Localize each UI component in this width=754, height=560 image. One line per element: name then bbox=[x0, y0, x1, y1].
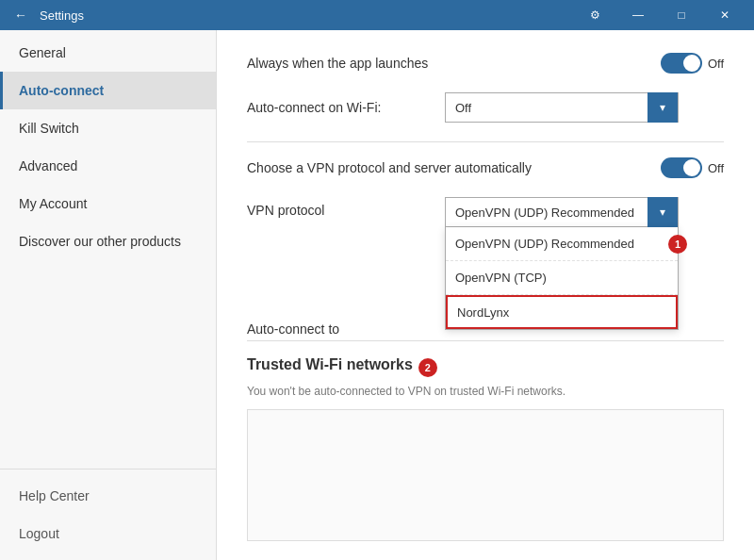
content-area: Always when the app launches Off Auto-co… bbox=[217, 30, 754, 560]
divider-1 bbox=[247, 141, 724, 142]
sidebar-item-auto-connect[interactable]: Auto-connect bbox=[0, 72, 216, 109]
window-controls: ⚙ — □ ✕ bbox=[573, 0, 746, 30]
sidebar-item-discover[interactable]: Discover our other products bbox=[0, 222, 216, 260]
dropdown-item-label: OpenVPN (UDP) Recommended bbox=[455, 237, 634, 251]
app-body: GeneralAuto-connectKill SwitchAdvancedMy… bbox=[0, 30, 754, 560]
sidebar: GeneralAuto-connectKill SwitchAdvancedMy… bbox=[0, 30, 217, 560]
auto-connect-wifi-box[interactable]: Off ▾ bbox=[445, 92, 679, 123]
gear-icon: ⚙ bbox=[590, 8, 600, 22]
chevron-down-icon-2: ▾ bbox=[647, 197, 678, 227]
sidebar-item-help-center[interactable]: Help Center bbox=[0, 477, 216, 515]
choose-vpn-toggle-container: Off bbox=[661, 157, 724, 178]
trusted-wifi-title: Trusted Wi-Fi networks bbox=[247, 356, 413, 373]
always-launch-state: Off bbox=[708, 57, 724, 71]
badge-2: 2 bbox=[418, 358, 437, 377]
sidebar-item-advanced[interactable]: Advanced bbox=[0, 147, 216, 185]
close-icon: ✕ bbox=[720, 8, 729, 22]
minimize-icon: — bbox=[632, 8, 644, 22]
vpn-protocol-value: OpenVPN (UDP) Recommended bbox=[455, 206, 634, 220]
choose-vpn-state: Off bbox=[708, 161, 724, 175]
always-launch-row: Always when the app launches Off bbox=[247, 53, 724, 74]
gear-button[interactable]: ⚙ bbox=[573, 0, 616, 30]
vpn-protocol-dropdown: OpenVPN (UDP) Recommended 1 OpenVPN (TCP… bbox=[445, 227, 679, 330]
titlebar-title: Settings bbox=[40, 8, 573, 23]
sidebar-item-kill-switch[interactable]: Kill Switch bbox=[0, 109, 216, 147]
dropdown-item-openvpn-udp[interactable]: OpenVPN (UDP) Recommended 1 bbox=[446, 227, 678, 261]
back-button[interactable]: ← bbox=[8, 2, 34, 28]
auto-connect-wifi-select[interactable]: Off ▾ bbox=[445, 92, 679, 123]
sidebar-item-logout[interactable]: Logout bbox=[0, 515, 216, 552]
sidebar-item-my-account[interactable]: My Account bbox=[0, 185, 216, 222]
chevron-down-icon: ▾ bbox=[647, 92, 678, 123]
vpn-protocol-select[interactable]: OpenVPN (UDP) Recommended ▾ OpenVPN (UDP… bbox=[445, 197, 679, 227]
always-launch-toggle-container: Off bbox=[661, 53, 724, 74]
choose-vpn-label: Choose a VPN protocol and server automat… bbox=[247, 160, 532, 175]
dropdown-item-label: NordLynx bbox=[457, 305, 509, 320]
sidebar-bottom: Help CenterLogout bbox=[0, 469, 216, 560]
divider-2 bbox=[247, 340, 724, 341]
auto-connect-to-label: Auto-connect to bbox=[247, 321, 445, 337]
maximize-icon: □ bbox=[678, 8, 684, 22]
trusted-wifi-box bbox=[247, 409, 724, 541]
badge-1: 1 bbox=[668, 235, 687, 254]
dropdown-item-nordlynx[interactable]: NordLynx bbox=[446, 295, 678, 329]
maximize-button[interactable]: □ bbox=[660, 0, 703, 30]
sidebar-item-general[interactable]: General bbox=[0, 34, 216, 72]
dropdown-item-label: OpenVPN (TCP) bbox=[455, 271, 547, 285]
dropdown-item-openvpn-tcp[interactable]: OpenVPN (TCP) bbox=[446, 261, 678, 295]
always-launch-label: Always when the app launches bbox=[247, 56, 428, 71]
titlebar: ← Settings ⚙ — □ ✕ bbox=[0, 0, 754, 30]
trusted-wifi-section: Trusted Wi-Fi networks 2 You won't be au… bbox=[247, 356, 724, 541]
back-icon: ← bbox=[14, 8, 27, 23]
vpn-protocol-row: VPN protocol OpenVPN (UDP) Recommended ▾… bbox=[247, 197, 724, 227]
vpn-protocol-box[interactable]: OpenVPN (UDP) Recommended ▾ bbox=[445, 197, 679, 227]
auto-connect-wifi-label: Auto-connect on Wi-Fi: bbox=[247, 100, 445, 115]
trusted-wifi-subtitle: You won't be auto-connected to VPN on tr… bbox=[247, 385, 724, 398]
choose-vpn-row: Choose a VPN protocol and server automat… bbox=[247, 157, 724, 178]
minimize-button[interactable]: — bbox=[616, 0, 660, 30]
auto-connect-wifi-row: Auto-connect on Wi-Fi: Off ▾ bbox=[247, 92, 724, 123]
choose-vpn-toggle[interactable] bbox=[661, 157, 702, 178]
close-button[interactable]: ✕ bbox=[703, 0, 746, 30]
auto-connect-wifi-value: Off bbox=[455, 101, 471, 115]
always-launch-toggle[interactable] bbox=[661, 53, 702, 74]
sidebar-nav: GeneralAuto-connectKill SwitchAdvancedMy… bbox=[0, 30, 216, 469]
vpn-protocol-label: VPN protocol bbox=[247, 197, 445, 218]
